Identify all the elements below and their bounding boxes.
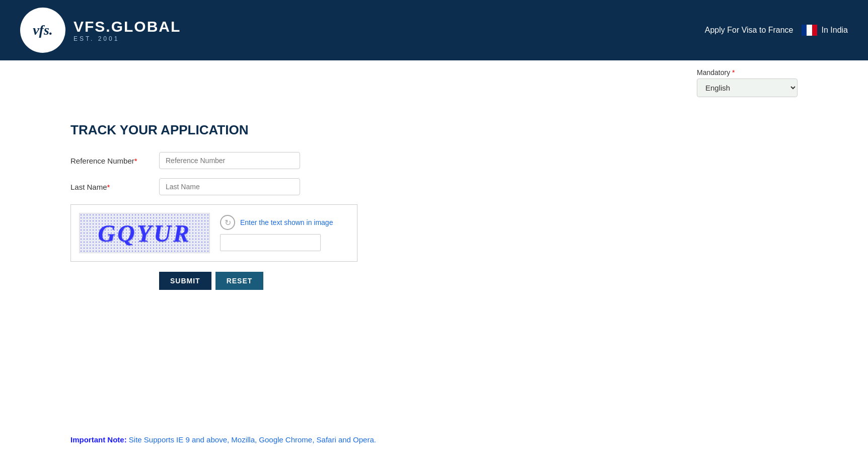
captcha-text: GQYUR — [98, 219, 191, 247]
ln-required-star: * — [107, 183, 110, 191]
page-title: TRACK YOUR APPLICATION — [70, 122, 798, 138]
captcha-right: ↻ Enter the text shown in image — [220, 215, 333, 251]
captcha-hint: Enter the text shown in image — [240, 218, 333, 226]
important-label: Important Note: — [70, 435, 127, 444]
logo-circle: vfs. — [20, 8, 65, 53]
header-right: Apply For Visa to France In India — [705, 25, 848, 36]
logo-est-text: EST. 2001 — [74, 35, 119, 42]
captcha-input[interactable] — [220, 234, 321, 251]
important-text: Site Supports IE 9 and above, Mozilla, G… — [129, 435, 376, 444]
button-row: SUBMIT RESET — [159, 272, 798, 290]
flag-container: In India — [802, 25, 848, 36]
logo-vfs-text: vfs. — [33, 23, 53, 37]
reference-number-input[interactable] — [159, 152, 300, 169]
language-group: Mandatory * English French Hindi — [697, 68, 798, 97]
mandatory-label: Mandatory * — [697, 68, 735, 76]
language-select[interactable]: English French Hindi — [697, 79, 798, 97]
language-bar: Mandatory * English French Hindi — [0, 60, 868, 97]
refresh-captcha-button[interactable]: ↻ — [220, 215, 235, 230]
ref-required-star: * — [134, 157, 137, 165]
reference-number-label: Reference Number* — [70, 157, 151, 165]
captcha-image: GQYUR — [79, 213, 210, 253]
logo-global-text: VFS.GLOBAL — [74, 18, 181, 35]
last-name-label: Last Name* — [70, 183, 151, 191]
last-name-group: Last Name* — [70, 178, 798, 195]
captcha-label-row: ↻ Enter the text shown in image — [220, 215, 333, 230]
captcha-container: GQYUR ↻ Enter the text shown in image — [70, 204, 357, 262]
main-container: Mandatory * English French Hindi TRACK Y… — [0, 60, 868, 459]
reference-number-group: Reference Number* — [70, 152, 798, 169]
submit-button[interactable]: SUBMIT — [159, 272, 211, 290]
site-header: vfs. VFS.GLOBAL EST. 2001 Apply For Visa… — [0, 0, 868, 60]
footer-area: Important Note: Site Supports IE 9 and a… — [70, 435, 868, 444]
important-note: Important Note: Site Supports IE 9 and a… — [70, 435, 868, 444]
in-india-text: In India — [822, 26, 848, 35]
captcha-hint-highlight: image — [314, 218, 333, 226]
france-flag-icon — [802, 25, 818, 36]
logo-text-area: VFS.GLOBAL EST. 2001 — [74, 18, 181, 42]
content-area: TRACK YOUR APPLICATION Reference Number*… — [0, 97, 868, 325]
logo-area: vfs. VFS.GLOBAL EST. 2001 — [20, 8, 181, 53]
reset-button[interactable]: RESET — [215, 272, 264, 290]
mandatory-star: * — [732, 68, 735, 76]
last-name-input[interactable] — [159, 178, 300, 195]
apply-visa-text: Apply For Visa to France — [705, 26, 793, 35]
